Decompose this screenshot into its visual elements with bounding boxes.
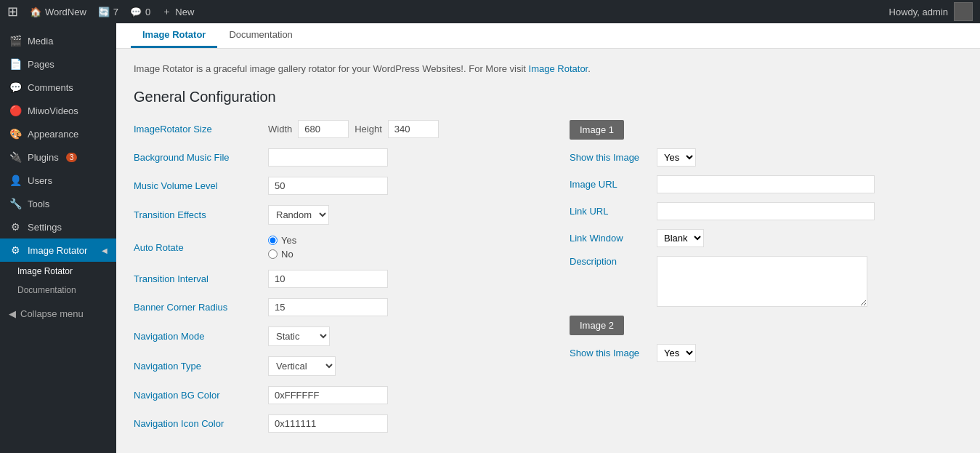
- sidebar-submenu-image-rotator[interactable]: Image Rotator: [0, 262, 116, 281]
- plugins-badge: 3: [66, 153, 78, 162]
- nav-type-row: Navigation Type Vertical Horizontal: [134, 356, 540, 376]
- sidebar-item-settings-label: Settings: [28, 222, 62, 233]
- site-name-link[interactable]: 🏠 WordNew: [30, 7, 86, 17]
- image1-show-select[interactable]: Yes No: [657, 148, 696, 167]
- transition-effects-label: Transition Effects: [134, 209, 268, 220]
- nav-bg-color-input[interactable]: [268, 386, 388, 404]
- site-name: WordNew: [45, 7, 86, 17]
- collapse-label: Collapse menu: [20, 308, 84, 319]
- image1-link-url-input[interactable]: [657, 202, 875, 220]
- main-content: Image Rotator Documentation Image Rotato…: [116, 23, 980, 453]
- nav-bg-color-label: Navigation BG Color: [134, 390, 268, 401]
- updates-link[interactable]: 🔄 7: [98, 7, 118, 17]
- nav-type-label: Navigation Type: [134, 361, 268, 372]
- auto-rotate-no-text: No: [281, 249, 293, 260]
- section-title: General Configuration: [134, 89, 963, 105]
- image1-link-window-select[interactable]: Blank Self: [657, 229, 704, 247]
- tab-documentation[interactable]: Documentation: [217, 23, 304, 48]
- image2-show-select[interactable]: Yes No: [657, 344, 696, 362]
- height-label: Height: [355, 124, 382, 135]
- transition-interval-row: Transition Interval: [134, 270, 540, 288]
- image1-link-window-label: Link Window: [570, 233, 657, 244]
- width-label: Width: [268, 124, 292, 135]
- comments-link[interactable]: 💬 0: [130, 7, 150, 17]
- auto-rotate-group: Yes No: [268, 235, 296, 260]
- comments-icon: 💬: [9, 81, 22, 93]
- banner-corner-input[interactable]: [268, 298, 388, 316]
- nav-icon-color-input[interactable]: [268, 414, 388, 433]
- height-input[interactable]: [388, 120, 439, 138]
- image2-show-label: Show this Image: [570, 348, 657, 358]
- sidebar-item-appearance-label: Appearance: [28, 129, 78, 140]
- imagerotator-size-label: ImageRotator Size: [134, 124, 268, 135]
- image2-button[interactable]: Image 2: [570, 316, 624, 335]
- image1-url-row: Image URL: [570, 175, 918, 193]
- image1-link-window-row: Link Window Blank Self: [570, 229, 918, 247]
- sidebar-submenu-documentation[interactable]: Documentation: [0, 281, 116, 300]
- image1-description-textarea[interactable]: [657, 256, 867, 307]
- config-wrapper: ImageRotator Size Width Height Backgroun…: [134, 120, 963, 443]
- sidebar-item-tools-label: Tools: [28, 199, 49, 209]
- sidebar-item-plugins[interactable]: 🔌 Plugins 3: [0, 145, 116, 169]
- sidebar: 🎬 Media 📄 Pages 💬 Comments 🔴 MiwoVideos …: [0, 23, 116, 453]
- submenu-documentation-label: Documentation: [17, 285, 76, 295]
- transition-effects-select[interactable]: Random Static Fade Slide: [268, 205, 329, 225]
- image2-show-row: Show this Image Yes No: [570, 344, 918, 362]
- image1-show-row: Show this Image Yes No: [570, 148, 918, 167]
- nav-type-select[interactable]: Vertical Horizontal: [268, 356, 336, 376]
- sidebar-item-miwovids[interactable]: 🔴 MiwoVideos: [0, 99, 116, 122]
- size-control-group: Width Height: [268, 120, 540, 138]
- transition-effects-row: Transition Effects Random Static Fade Sl…: [134, 205, 540, 225]
- nav-bg-color-row: Navigation BG Color: [134, 386, 540, 404]
- sidebar-item-miwovids-label: MiwoVideos: [28, 105, 78, 116]
- info-text-before: Image Rotator is a graceful image galler…: [134, 63, 529, 74]
- banner-corner-label: Banner Corner Radius: [134, 302, 268, 313]
- image1-url-input[interactable]: [657, 175, 875, 193]
- sidebar-item-pages-label: Pages: [28, 59, 54, 70]
- media-icon: 🎬: [9, 35, 22, 47]
- nav-icon-color-label: Navigation Icon Color: [134, 418, 268, 429]
- tabs-bar: Image Rotator Documentation: [116, 23, 980, 49]
- image1-link-url-row: Link URL: [570, 202, 918, 220]
- image1-link-url-label: Link URL: [570, 206, 657, 217]
- top-bar-right: Howdy, admin: [889, 2, 973, 21]
- config-left: ImageRotator Size Width Height Backgroun…: [134, 120, 540, 443]
- sidebar-item-plugins-label: Plugins: [28, 152, 59, 163]
- tab-image-rotator[interactable]: Image Rotator: [131, 23, 217, 48]
- sidebar-item-media-label: Media: [28, 36, 53, 47]
- auto-rotate-no-radio[interactable]: [268, 249, 278, 259]
- sidebar-item-imagerotator-label: Image Rotator: [28, 245, 87, 256]
- sidebar-item-comments-label: Comments: [28, 82, 73, 93]
- submenu-image-rotator-label: Image Rotator: [17, 266, 73, 276]
- sidebar-item-users[interactable]: 👤 Users: [0, 169, 116, 192]
- sidebar-item-tools[interactable]: 🔧 Tools: [0, 192, 116, 215]
- tools-icon: 🔧: [9, 198, 22, 209]
- image1-description-row: Description: [570, 256, 918, 307]
- miwovids-icon: 🔴: [9, 105, 22, 116]
- image1-url-label: Image URL: [570, 179, 657, 190]
- info-link[interactable]: Image Rotator: [529, 63, 588, 74]
- sidebar-item-media[interactable]: 🎬 Media: [0, 29, 116, 52]
- sidebar-item-settings[interactable]: ⚙ Settings: [0, 215, 116, 238]
- bg-music-input[interactable]: [268, 148, 388, 167]
- width-input[interactable]: [298, 120, 349, 138]
- nav-icon-color-row: Navigation Icon Color: [134, 414, 540, 433]
- music-vol-input[interactable]: [268, 177, 388, 195]
- info-paragraph: Image Rotator is a graceful image galler…: [134, 63, 963, 74]
- sidebar-item-appearance[interactable]: 🎨 Appearance: [0, 122, 116, 145]
- nav-mode-select[interactable]: Static Dynamic: [268, 326, 330, 346]
- image1-button[interactable]: Image 1: [570, 120, 624, 140]
- auto-rotate-label: Auto Rotate: [134, 242, 268, 253]
- auto-rotate-yes-label[interactable]: Yes: [268, 235, 296, 246]
- sidebar-item-imagerotator[interactable]: ⚙ Image Rotator ◀: [0, 238, 116, 262]
- sidebar-item-comments[interactable]: 💬 Comments: [0, 76, 116, 99]
- bg-music-row: Background Music File: [134, 148, 540, 167]
- wp-logo[interactable]: ⊞: [7, 4, 18, 20]
- collapse-menu-button[interactable]: ◀ Collapse menu: [0, 302, 116, 325]
- transition-interval-input[interactable]: [268, 270, 388, 288]
- auto-rotate-no-label[interactable]: No: [268, 249, 296, 260]
- sidebar-item-pages[interactable]: 📄 Pages: [0, 52, 116, 76]
- auto-rotate-yes-radio[interactable]: [268, 236, 278, 245]
- admin-avatar[interactable]: [954, 2, 973, 21]
- new-link[interactable]: ＋ New: [162, 5, 194, 18]
